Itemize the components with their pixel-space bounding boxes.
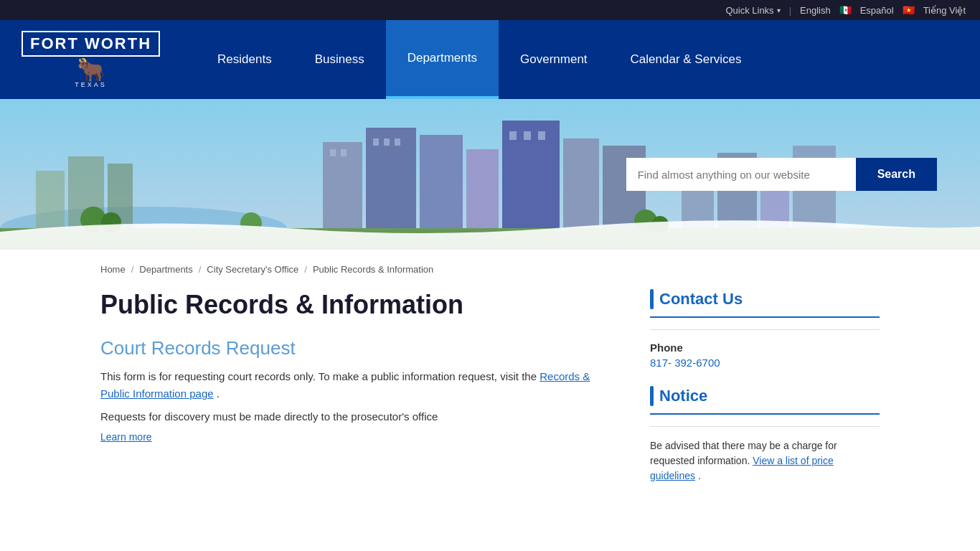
svg-rect-11 <box>563 138 599 228</box>
logo-subtitle: TEXAS <box>75 81 107 88</box>
phone-label: Phone <box>650 342 880 354</box>
page-title: Public Records & Information <box>100 289 607 320</box>
breadcrumb-home[interactable]: Home <box>100 264 126 275</box>
content-area: Public Records & Information Court Recor… <box>100 289 607 443</box>
breadcrumb-secretary[interactable]: City Secretary's Office <box>207 264 298 275</box>
breadcrumb-current: Public Records & Information <box>313 264 433 275</box>
spanish-flag-icon: 🇲🇽 <box>839 4 852 16</box>
svg-rect-3 <box>36 171 65 228</box>
notice-text: Be advised that there may be a charge fo… <box>650 438 880 484</box>
top-bar-links: Quick Links ▾ | English 🇲🇽 Español 🇻🇳 Ti… <box>725 4 966 16</box>
svg-rect-15 <box>373 138 379 146</box>
content-paragraph: This form is for requesting court record… <box>100 368 607 402</box>
svg-rect-9 <box>466 149 499 228</box>
notice-title: Notice <box>650 386 880 415</box>
contact-divider <box>650 329 880 330</box>
svg-rect-18 <box>509 131 517 140</box>
content-paragraph-2: Requests for discovery must be made dire… <box>100 408 607 425</box>
quick-links-label: Quick Links <box>725 5 773 16</box>
svg-rect-14 <box>341 149 347 156</box>
breadcrumb-departments[interactable]: Departments <box>139 264 192 275</box>
vietnamese-language-link[interactable]: Tiếng Việt <box>923 5 966 16</box>
breadcrumb-sep-1: / <box>131 264 134 275</box>
english-language-link[interactable]: English <box>800 5 831 16</box>
search-input[interactable] <box>626 158 856 191</box>
svg-rect-19 <box>524 131 531 140</box>
top-bar: Quick Links ▾ | English 🇲🇽 Español 🇻🇳 Ti… <box>0 0 980 20</box>
quick-links-button[interactable]: Quick Links ▾ <box>725 5 780 16</box>
breadcrumb-sep-2: / <box>199 264 202 275</box>
logo-area[interactable]: FORT WORTH 🐂 TEXAS <box>14 24 167 95</box>
lang-separator: | <box>789 5 791 16</box>
learn-more-link[interactable]: Learn more <box>100 431 607 443</box>
body-text-2: Requests for discovery must be made dire… <box>100 410 438 423</box>
notice-card: Notice Be advised that there may be a ch… <box>650 386 880 484</box>
sidebar: Contact Us Phone 817- 392-6700 Notice Be… <box>650 289 880 501</box>
body-text-1: This form is for requesting court record… <box>100 370 537 382</box>
nav-calendar[interactable]: Calendar & Services <box>609 20 763 99</box>
hero-search-area: Search <box>626 158 937 191</box>
svg-rect-13 <box>330 149 336 156</box>
quick-links-arrow-icon: ▾ <box>777 6 781 14</box>
site-header: FORT WORTH 🐂 TEXAS Residents Business De… <box>0 20 980 99</box>
vietnamese-flag-icon: 🇻🇳 <box>903 4 915 16</box>
svg-rect-8 <box>420 135 463 228</box>
notice-divider <box>650 426 880 427</box>
nav-business[interactable]: Business <box>293 20 386 99</box>
search-button[interactable]: Search <box>856 158 937 191</box>
contact-us-card: Contact Us Phone 817- 392-6700 <box>650 289 880 369</box>
nav-residents[interactable]: Residents <box>196 20 293 99</box>
spanish-language-link[interactable]: Español <box>860 5 894 16</box>
breadcrumb: Home / Departments / City Secretary's Of… <box>0 250 980 282</box>
court-records-heading: Court Records Request <box>100 337 607 359</box>
nav-government[interactable]: Government <box>499 20 609 99</box>
contact-us-title: Contact Us <box>650 289 880 318</box>
main-nav: Residents Business Departments Governmen… <box>196 20 966 99</box>
logo[interactable]: FORT WORTH 🐂 TEXAS <box>14 24 167 95</box>
main-layout: Public Records & Information Court Recor… <box>0 282 980 529</box>
logo-text: FORT WORTH <box>22 31 160 57</box>
nav-departments[interactable]: Departments <box>386 20 499 99</box>
logo-name: FORT WORTH <box>30 34 151 52</box>
svg-rect-20 <box>538 131 545 140</box>
svg-rect-17 <box>395 138 400 146</box>
body-text-period: . <box>217 387 220 400</box>
phone-link[interactable]: 817- 392-6700 <box>650 357 720 369</box>
longhorn-icon: 🐂 <box>77 58 105 81</box>
breadcrumb-sep-3: / <box>304 264 307 275</box>
svg-rect-16 <box>384 138 390 146</box>
notice-period: . <box>698 470 701 481</box>
hero-banner: Search <box>0 99 980 250</box>
